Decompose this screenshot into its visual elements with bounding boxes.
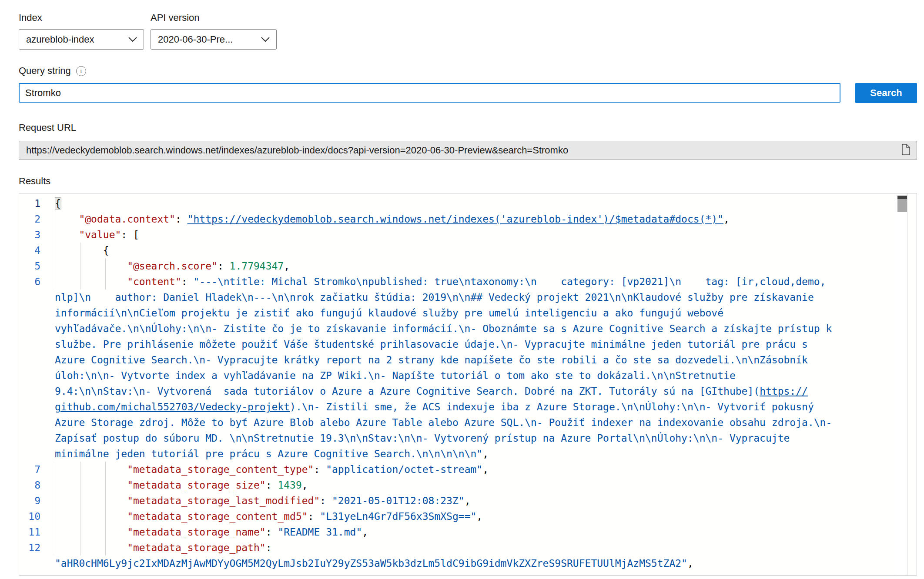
code-line: úloh:\n\n- Vytvorte index a vyhľadávanie… (55, 368, 896, 383)
code-row: 1{ (19, 196, 896, 211)
code-row: 4 { (19, 243, 896, 258)
index-dropdown[interactable]: azureblob-index (19, 29, 144, 50)
code-row: úloh:\n\n- Vytvorte index a vyhľadávanie… (19, 368, 896, 383)
code-token: : (308, 511, 320, 522)
info-icon[interactable]: i (76, 66, 86, 76)
code-link[interactable]: "https://vedeckydemoblob.search.windows.… (187, 213, 723, 225)
code-line: "@odata.context": "https://vedeckydemobl… (55, 211, 896, 227)
code-link[interactable]: https:// (760, 386, 808, 397)
code-token: 9.4:\n\nStav:\n- Vytvorená sada tutoriál… (55, 386, 760, 397)
line-number (19, 305, 55, 321)
code-lines: 1{2 "@odata.context": "https://vedeckyde… (19, 196, 896, 571)
code-token: "metadata_storage_size" (127, 479, 266, 491)
code-line: "aHR0cHM6Ly9jc2IxMDAzMjAwMDYyOGM5M2QyLmJ… (55, 556, 896, 571)
line-number: 2 (19, 211, 55, 227)
request-url-bar: https://vedeckydemoblob.search.windows.n… (19, 141, 917, 160)
code-token: { (55, 245, 109, 256)
code-row: 10 "metadata_storage_content_md5": "L31y… (19, 509, 896, 524)
code-line: Zapísať postup do súboru MD. \n\nStretnu… (55, 430, 896, 446)
code-row: vyhľadávače.\n\nÚlohy:\n\n- Zistite čo j… (19, 321, 896, 336)
api-version-label: API version (151, 12, 277, 23)
line-number (19, 446, 55, 462)
code-token: minimálne jeden tutoriál pre prácu s Azu… (55, 448, 482, 459)
line-number (19, 321, 55, 336)
code-token: , (302, 479, 308, 491)
code-line: Azure Storage zdroj. Môže to byť Azure B… (55, 415, 896, 430)
code-line: nlp]\n author: Daniel Hladek\n---\n\nrok… (55, 290, 896, 305)
results-json-editor[interactable]: 1{2 "@odata.context": "https://vedeckyde… (19, 193, 917, 576)
line-number: 11 (19, 524, 55, 540)
code-row: Azure Cognitive Search.\n- Vypracujte kr… (19, 352, 896, 368)
code-token (55, 213, 79, 225)
code-row: 12 "metadata_storage_path": (19, 540, 896, 556)
code-line: službe. Pre prihlásenie môžete použiť Vá… (55, 336, 896, 352)
search-button[interactable]: Search (855, 83, 917, 103)
scrollbar-decoration (897, 196, 907, 199)
query-string-input[interactable] (19, 83, 840, 103)
line-number: 9 (19, 493, 55, 509)
code-token: , (723, 213, 730, 225)
api-version-dropdown-value: 2020-06-30-Pre... (158, 34, 233, 45)
results-label: Results (19, 176, 917, 187)
code-row: github.com/michal552703/Vedecky-projekt)… (19, 399, 896, 415)
code-token: , (362, 526, 368, 538)
code-line: "metadata_storage_size": 1439, (55, 477, 896, 493)
line-number: 3 (19, 227, 55, 243)
code-line: "value": [ (55, 227, 896, 243)
code-token: "application/octet-stream" (326, 464, 482, 475)
line-number (19, 290, 55, 305)
code-token (55, 495, 127, 506)
code-token: : (266, 479, 278, 491)
query-label-row: Query string i (19, 65, 917, 77)
code-token: "metadata_storage_name" (127, 526, 266, 538)
code-line: informácií\n\nCieľom projektu je zistiť … (55, 305, 896, 321)
request-url-label: Request URL (19, 122, 917, 133)
code-token: 1.7794347 (230, 260, 284, 272)
scrollbar-thumb[interactable] (897, 199, 907, 212)
code-token (55, 511, 127, 522)
code-row: 5 "@search.score": 1.7794347, (19, 258, 896, 274)
code-token: 1439 (278, 479, 301, 491)
query-row: Search (19, 83, 917, 103)
scrollbar-track[interactable] (896, 193, 908, 575)
code-token (55, 526, 127, 538)
code-line: "metadata_storage_path": (55, 540, 896, 556)
line-number: 7 (19, 462, 55, 477)
code-token: { (55, 198, 61, 209)
code-token: "aHR0cHM6Ly9jc2IxMDAzMjAwMDYyOGM5M2QyLmJ… (55, 558, 687, 569)
copy-icon[interactable] (899, 144, 911, 157)
code-token: : [ (121, 229, 139, 240)
code-line: "metadata_storage_name": "README 31.md", (55, 524, 896, 540)
line-number (19, 368, 55, 383)
line-number (19, 415, 55, 430)
code-row: informácií\n\nCieľom projektu je zistiť … (19, 305, 896, 321)
code-token: "---\ntitle: Michal Stromko\npublished: … (194, 276, 826, 287)
line-number: 6 (19, 274, 55, 290)
query-string-label: Query string (19, 65, 71, 77)
code-token: "@odata.context" (79, 213, 175, 225)
code-token: "2021-05-01T12:08:23Z" (332, 495, 465, 506)
index-label: Index (19, 12, 144, 23)
line-number (19, 352, 55, 368)
code-token: Zapísať postup do súboru MD. \n\nStretnu… (55, 433, 790, 444)
api-version-dropdown[interactable]: 2020-06-30-Pre... (151, 29, 277, 50)
code-link[interactable]: github.com/michal552703/Vedecky-projekt (55, 401, 290, 413)
code-row: službe. Pre prihlásenie môžete použiť Vá… (19, 336, 896, 352)
code-token: , (284, 260, 290, 272)
code-line: Azure Cognitive Search.\n- Vypracujte kr… (55, 352, 896, 368)
code-token: , (482, 464, 489, 475)
index-api-row: Index azureblob-index API version 2020-0… (19, 12, 917, 50)
code-token: vyhľadávače.\n\nÚlohy:\n\n- Zistite čo j… (55, 323, 832, 334)
line-number: 12 (19, 540, 55, 556)
line-number (19, 383, 55, 399)
code-row: 9.4:\n\nStav:\n- Vytvorená sada tutoriál… (19, 383, 896, 399)
line-number: 10 (19, 509, 55, 524)
code-row: 8 "metadata_storage_size": 1439, (19, 477, 896, 493)
code-token: : (266, 542, 272, 553)
code-token: nlp]\n author: Daniel Hladek\n---\n\nrok… (55, 292, 814, 303)
code-row: 2 "@odata.context": "https://vedeckydemo… (19, 211, 896, 227)
code-token: "value" (79, 229, 121, 240)
code-line: "content": "---\ntitle: Michal Stromko\n… (55, 274, 896, 290)
code-token (55, 542, 127, 553)
line-number (19, 430, 55, 446)
